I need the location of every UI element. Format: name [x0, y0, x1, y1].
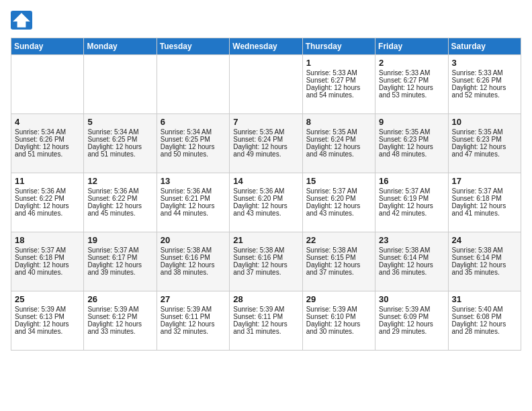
cell-text-line: Sunrise: 5:34 AM	[161, 128, 226, 136]
calendar-cell: 28Sunrise: 5:39 AMSunset: 6:11 PMDayligh…	[230, 291, 302, 351]
cell-text-line: Sunset: 6:16 PM	[233, 254, 298, 261]
calendar-cell: 2Sunrise: 5:33 AMSunset: 6:27 PMDaylight…	[375, 55, 448, 114]
calendar-cell: 11Sunrise: 5:36 AMSunset: 6:22 PMDayligh…	[11, 173, 84, 232]
day-number: 23	[379, 235, 444, 245]
day-number: 21	[233, 235, 298, 245]
cell-text-line: Sunset: 6:22 PM	[15, 195, 80, 202]
cell-text-line: Sunset: 6:14 PM	[379, 254, 444, 261]
calendar-cell: 23Sunrise: 5:38 AMSunset: 6:14 PMDayligh…	[375, 232, 448, 291]
weekday-header-friday: Friday	[375, 38, 448, 55]
cell-text-line: Daylight: 12 hours	[87, 143, 152, 150]
cell-text-line: Sunset: 6:18 PM	[452, 195, 517, 202]
cell-text-line: and 37 minutes.	[233, 269, 298, 276]
cell-text-line: and 51 minutes.	[15, 150, 80, 158]
day-number: 29	[306, 294, 371, 304]
calendar-cell: 24Sunrise: 5:38 AMSunset: 6:14 PMDayligh…	[448, 232, 521, 291]
cell-text-line: Daylight: 12 hours	[452, 143, 517, 150]
cell-text-line: and 33 minutes.	[87, 328, 152, 335]
cell-text-line: Sunset: 6:20 PM	[233, 195, 298, 202]
cell-text-line: and 31 minutes.	[233, 328, 298, 335]
cell-text-line: Sunrise: 5:39 AM	[15, 306, 80, 313]
cell-text-line: and 28 minutes.	[452, 328, 517, 335]
cell-text-line: Daylight: 12 hours	[379, 320, 444, 328]
day-number: 17	[452, 176, 517, 186]
day-number: 2	[379, 58, 444, 68]
calendar-cell: 3Sunrise: 5:33 AMSunset: 6:26 PMDaylight…	[448, 55, 521, 114]
cell-text-line: Sunrise: 5:35 AM	[379, 128, 444, 136]
cell-text-line: Sunrise: 5:37 AM	[306, 187, 371, 195]
calendar-cell: 17Sunrise: 5:37 AMSunset: 6:18 PMDayligh…	[448, 173, 521, 232]
cell-text-line: and 30 minutes.	[306, 328, 371, 335]
calendar-cell	[11, 55, 84, 114]
cell-text-line: Daylight: 12 hours	[233, 202, 298, 210]
cell-text-line: Sunrise: 5:39 AM	[306, 306, 371, 313]
cell-text-line: Sunrise: 5:37 AM	[452, 187, 517, 195]
calendar-cell: 12Sunrise: 5:36 AMSunset: 6:22 PMDayligh…	[84, 173, 157, 232]
cell-text-line: Sunset: 6:09 PM	[379, 313, 444, 320]
day-number: 27	[161, 294, 226, 304]
calendar-cell: 21Sunrise: 5:38 AMSunset: 6:16 PMDayligh…	[230, 232, 302, 291]
calendar-cell	[157, 55, 229, 114]
cell-text-line: Sunset: 6:23 PM	[379, 136, 444, 143]
cell-text-line: Sunrise: 5:34 AM	[15, 128, 80, 136]
day-number: 14	[233, 176, 298, 186]
calendar-cell: 27Sunrise: 5:39 AMSunset: 6:11 PMDayligh…	[157, 291, 229, 351]
cell-text-line: and 34 minutes.	[15, 328, 80, 335]
cell-text-line: and 50 minutes.	[161, 150, 226, 158]
cell-text-line: Sunset: 6:25 PM	[161, 136, 226, 143]
cell-text-line: and 47 minutes.	[452, 150, 517, 158]
cell-text-line: Daylight: 12 hours	[452, 261, 517, 269]
cell-text-line: and 40 minutes.	[15, 269, 80, 276]
cell-text-line: Daylight: 12 hours	[233, 261, 298, 269]
logo-icon	[11, 11, 32, 30]
cell-text-line: Sunset: 6:20 PM	[306, 195, 371, 202]
calendar-cell: 19Sunrise: 5:37 AMSunset: 6:17 PMDayligh…	[84, 232, 157, 291]
cell-text-line: Daylight: 12 hours	[452, 202, 517, 210]
calendar-week-5: 25Sunrise: 5:39 AMSunset: 6:13 PMDayligh…	[11, 291, 521, 351]
cell-text-line: Sunrise: 5:38 AM	[233, 246, 298, 254]
day-number: 22	[306, 235, 371, 245]
calendar-cell: 22Sunrise: 5:38 AMSunset: 6:15 PMDayligh…	[302, 232, 375, 291]
cell-text-line: Daylight: 12 hours	[452, 320, 517, 328]
calendar-cell: 6Sunrise: 5:34 AMSunset: 6:25 PMDaylight…	[157, 114, 229, 173]
day-number: 15	[306, 176, 371, 186]
cell-text-line: Sunrise: 5:36 AM	[233, 187, 298, 195]
page-header	[11, 11, 521, 30]
cell-text-line: Sunrise: 5:37 AM	[15, 246, 80, 254]
cell-text-line: and 43 minutes.	[233, 210, 298, 217]
cell-text-line: and 37 minutes.	[306, 269, 371, 276]
cell-text-line: Sunset: 6:26 PM	[15, 136, 80, 143]
day-number: 3	[452, 58, 517, 68]
cell-text-line: Sunrise: 5:39 AM	[161, 306, 226, 313]
calendar-week-3: 11Sunrise: 5:36 AMSunset: 6:22 PMDayligh…	[11, 173, 521, 232]
day-number: 1	[306, 58, 371, 68]
cell-text-line: Sunset: 6:11 PM	[233, 313, 298, 320]
day-number: 10	[452, 117, 517, 127]
cell-text-line: Sunrise: 5:33 AM	[306, 69, 371, 77]
cell-text-line: and 35 minutes.	[452, 269, 517, 276]
cell-text-line: Daylight: 12 hours	[161, 143, 226, 150]
day-number: 16	[379, 176, 444, 186]
day-number: 28	[233, 294, 298, 304]
cell-text-line: Sunset: 6:10 PM	[306, 313, 371, 320]
day-number: 4	[15, 117, 80, 127]
cell-text-line: Daylight: 12 hours	[306, 261, 371, 269]
cell-text-line: Sunrise: 5:35 AM	[452, 128, 517, 136]
day-number: 11	[15, 176, 80, 186]
calendar-cell: 1Sunrise: 5:33 AMSunset: 6:27 PMDaylight…	[302, 55, 375, 114]
day-number: 24	[452, 235, 517, 245]
calendar-cell: 10Sunrise: 5:35 AMSunset: 6:23 PMDayligh…	[448, 114, 521, 173]
cell-text-line: Sunset: 6:18 PM	[15, 254, 80, 261]
day-number: 18	[15, 235, 80, 245]
cell-text-line: Daylight: 12 hours	[379, 143, 444, 150]
cell-text-line: Sunrise: 5:37 AM	[379, 187, 444, 195]
weekday-header-sunday: Sunday	[11, 38, 84, 55]
calendar-cell: 4Sunrise: 5:34 AMSunset: 6:26 PMDaylight…	[11, 114, 84, 173]
calendar-body: 1Sunrise: 5:33 AMSunset: 6:27 PMDaylight…	[11, 55, 521, 351]
cell-text-line: Daylight: 12 hours	[161, 261, 226, 269]
cell-text-line: and 29 minutes.	[379, 328, 444, 335]
cell-text-line: Sunrise: 5:40 AM	[452, 306, 517, 313]
cell-text-line: Sunset: 6:21 PM	[161, 195, 226, 202]
cell-text-line: Sunset: 6:15 PM	[306, 254, 371, 261]
cell-text-line: Daylight: 12 hours	[87, 320, 152, 328]
